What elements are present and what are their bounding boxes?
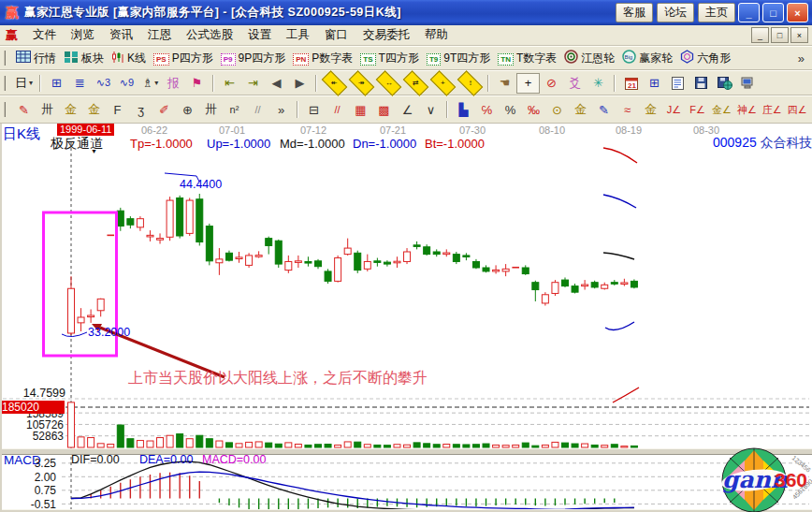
gold-fence-2-tool[interactable]: 金 <box>82 99 106 120</box>
zhuang-angle-tool[interactable]: 庄∠ <box>760 99 785 120</box>
menu-item-8[interactable]: 窗口 <box>317 25 355 45</box>
notepad-icon[interactable] <box>666 73 689 94</box>
analysis-tool[interactable]: ✳ <box>587 73 610 94</box>
save-web-icon[interactable] <box>713 73 736 94</box>
maximize-button[interactable]: □ <box>762 3 784 22</box>
mdi-close-button[interactable]: × <box>790 27 808 43</box>
menu-item-1[interactable]: 文件 <box>25 25 64 45</box>
wave-3-icon[interactable]: ∿3 <box>92 73 115 94</box>
toolbar-grip[interactable] <box>4 102 8 117</box>
chart-window-icon[interactable]: ⊞ <box>45 73 68 94</box>
angle-lines-tool[interactable]: ∠ <box>396 99 419 120</box>
permille-tool[interactable]: ‰ <box>522 99 545 120</box>
n-square-tool[interactable]: n² <box>223 99 246 120</box>
toolbar-button-gann-wheel[interactable]: 江恩轮 <box>560 48 618 68</box>
percent-tool[interactable]: % <box>499 99 522 120</box>
fan-lines-tool[interactable]: // <box>326 99 349 120</box>
wave-box-tool[interactable]: ≈ <box>616 99 639 120</box>
wave-9-icon[interactable]: ∿9 <box>115 73 138 94</box>
homepage-button[interactable]: 主页 <box>698 3 735 22</box>
more-tools-button[interactable]: » <box>269 99 293 120</box>
j-angle-tool[interactable]: J∠ <box>662 99 686 120</box>
period-day-selector[interactable]: 日▾ <box>12 73 36 94</box>
indicator-dropdown-icon[interactable]: ▼ <box>91 148 97 154</box>
next-bar-button[interactable]: ▶ <box>288 73 312 94</box>
toolbar-button-quote-table[interactable]: 行情 <box>12 49 60 68</box>
toolbar-button-p9[interactable]: P99P四方形 <box>217 49 289 68</box>
hand-tool[interactable]: ☚ <box>493 73 516 94</box>
gold-fence-tool[interactable]: 金 <box>59 99 82 120</box>
menu-item-10[interactable]: 帮助 <box>417 25 456 45</box>
gold-angle-tool[interactable]: 金∠ <box>709 99 734 120</box>
zoom-left-icon[interactable]: ↞ <box>322 70 348 96</box>
toolbar-button-tn[interactable]: TNT数字表 <box>494 49 560 68</box>
zoom-vertical-icon[interactable]: ↕ <box>457 70 484 96</box>
zoom-swap-icon[interactable]: ⇄ <box>403 70 429 96</box>
kline-type-label[interactable]: 日K线 <box>3 125 40 143</box>
minimize-button[interactable]: _ <box>738 3 760 22</box>
spiral-tool[interactable]: ʒ <box>129 99 152 120</box>
data-table-icon[interactable]: ⊞ <box>643 73 666 94</box>
meter-tool[interactable]: ▙ <box>452 99 475 120</box>
first-bar-button[interactable]: ⇤ <box>218 73 241 94</box>
red-pen-tool[interactable]: ✎ <box>12 99 36 120</box>
forum-button[interactable]: 论坛 <box>657 3 694 22</box>
red-marker-tool[interactable]: ✐ <box>152 99 176 120</box>
zoom-right-icon[interactable]: ↠ <box>349 70 375 96</box>
toolbar-grip[interactable] <box>4 51 8 66</box>
grid-box-tool[interactable]: ▦ <box>349 99 372 120</box>
plain-fence-tool[interactable]: 卅 <box>199 99 223 120</box>
gann-grid-tool[interactable]: 爻 <box>563 73 587 94</box>
zoom-all-icon[interactable]: + <box>430 70 457 96</box>
f-fence-tool[interactable]: F <box>106 99 129 120</box>
gann-char-icon[interactable]: 报 <box>162 73 185 94</box>
menu-item-2[interactable]: 浏览 <box>64 25 102 45</box>
toolbar-button-kline[interactable]: K线 <box>108 49 150 68</box>
menu-item-6[interactable]: 设置 <box>240 25 279 45</box>
gold-line-tool[interactable]: 金 <box>569 99 592 120</box>
info-list-icon[interactable]: ≣ <box>68 73 92 94</box>
parallel-lines-tool[interactable]: // <box>246 99 269 120</box>
gold-circle-tool[interactable]: ⊙ <box>545 99 569 120</box>
menu-item-5[interactable]: 公式选股 <box>179 25 240 45</box>
toolbar-button-ts[interactable]: TST四方形 <box>356 49 423 68</box>
shen-angle-tool[interactable]: 神∠ <box>734 99 760 120</box>
mdi-minimize-button[interactable]: _ <box>751 27 769 43</box>
title-bar[interactable]: 赢 赢家江恩专业版 [赢家内部服务平台] - [众合科技 SZ000925-59… <box>0 0 812 25</box>
toolbar-button-pn[interactable]: PNP数字表 <box>289 49 356 68</box>
percent-line-tool[interactable]: ℅ <box>475 99 499 120</box>
rect-handle-tool[interactable]: ⊟ <box>302 99 326 120</box>
circle-cross-tool[interactable]: ⊕ <box>176 99 199 120</box>
workstation-icon[interactable] <box>736 73 760 94</box>
blue-pen-tool[interactable]: ✎ <box>592 99 616 120</box>
zoom-extend-icon[interactable]: ↔ <box>376 70 402 96</box>
pointer-ban-tool[interactable]: ⊘ <box>540 73 563 94</box>
gann-fence-tool[interactable]: 卅 <box>36 99 59 120</box>
mdi-restore-button[interactable]: □ <box>771 27 789 43</box>
dense-grid-tool[interactable]: ▩ <box>372 99 396 120</box>
toolbar-grip[interactable] <box>4 76 8 91</box>
service-button[interactable]: 客服 <box>616 3 653 22</box>
last-bar-button[interactable]: ⇥ <box>241 73 265 94</box>
menu-item-9[interactable]: 交易委托 <box>355 25 417 45</box>
menu-item-3[interactable]: 资讯 <box>102 25 140 45</box>
vee-tool[interactable]: ∨ <box>419 99 442 120</box>
toolbar-button-t9[interactable]: T99T四方形 <box>423 49 494 68</box>
close-button[interactable]: × <box>787 3 808 22</box>
flask-icon[interactable]: ♗▾ <box>138 73 162 94</box>
chart-area[interactable]: 日K线 1999-06-11 06-2207-0107-1207-2107-30… <box>0 124 812 512</box>
toolbar-overflow-button[interactable]: » <box>792 51 810 66</box>
f-angle-tool[interactable]: F∠ <box>686 99 709 120</box>
crosshair-tool[interactable]: + <box>516 73 540 94</box>
pane-splitter[interactable] <box>0 448 812 455</box>
toolbar-button-hexagon[interactable]: 六角形 <box>676 48 734 68</box>
toolbar-button-winner-wheel[interactable]: Big赢家轮 <box>618 48 676 68</box>
calendar-icon[interactable]: 21 <box>619 73 643 94</box>
menu-item-7[interactable]: 工具 <box>279 25 317 45</box>
flag-icon[interactable]: ⚑ <box>185 73 209 94</box>
save-icon[interactable] <box>689 73 713 94</box>
prev-bar-button[interactable]: ◀ <box>265 73 288 94</box>
toolbar-button-ps[interactable]: PSP四方形 <box>150 49 217 68</box>
menu-item-4[interactable]: 江恩 <box>140 25 179 45</box>
toolbar-button-sectors[interactable]: 板块 <box>60 49 108 68</box>
